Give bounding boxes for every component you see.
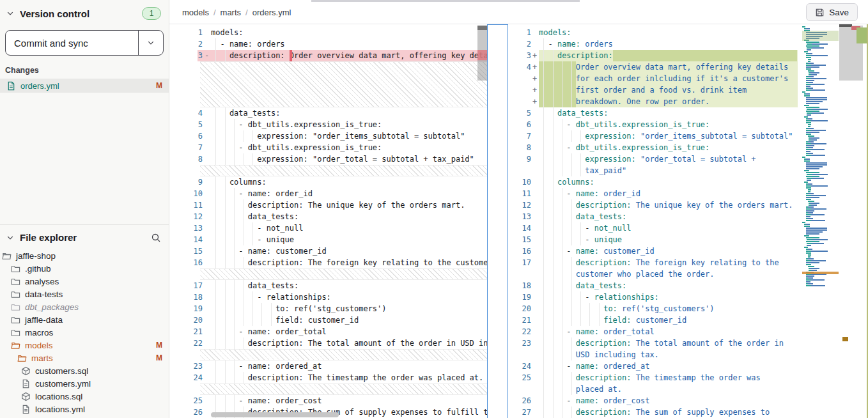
- code-text: - name: orders: [211, 38, 285, 50]
- code-text: - name: ordered_at: [539, 360, 649, 372]
- code-line[interactable]: 18 data_tests:: [509, 280, 801, 291]
- tree-item-customers-yml[interactable]: customers.yml: [0, 377, 169, 390]
- code-line[interactable]: customer who placed the order.: [509, 268, 801, 280]
- code-line[interactable]: 17 data_tests:: [169, 280, 487, 291]
- code-line[interactable]: 3+ description:: [509, 50, 801, 61]
- diff-pane-modified[interactable]: 1models:2 - name: orders3+ description:4…: [509, 24, 868, 418]
- code-line[interactable]: + first order and a food vs. drink item: [509, 84, 801, 96]
- code-line[interactable]: 24 description: The timestamp the order …: [169, 372, 487, 383]
- code-line[interactable]: 20 to: ref('stg_customers'): [509, 303, 801, 314]
- code-line[interactable]: 1models:: [509, 27, 801, 38]
- code-line[interactable]: 4 data_tests:: [169, 107, 487, 119]
- left-horizontal-scrollbar-thumb[interactable]: [211, 412, 339, 417]
- code-line[interactable]: 24 - name: ordered_at: [509, 360, 801, 372]
- code-line[interactable]: 25 description: The timestamp the order …: [509, 372, 801, 383]
- tree-item-jaffle-data[interactable]: jaffle-data: [0, 313, 169, 326]
- code-line[interactable]: 3- description: Order overview data mart…: [169, 50, 487, 61]
- code-text: field: customer_id: [539, 314, 686, 326]
- left-scrollbar[interactable]: [477, 24, 487, 418]
- code-line[interactable]: USD including tax.: [509, 349, 801, 360]
- code-line[interactable]: 19 to: ref('stg_customers'): [169, 303, 487, 314]
- line-number: 19: [169, 303, 203, 314]
- code-line[interactable]: + breakdown. One row per order.: [509, 96, 801, 107]
- code-line[interactable]: 7 expression: "order_items_subtotal = su…: [509, 130, 801, 142]
- code-line[interactable]: placed at.: [509, 383, 801, 395]
- code-line[interactable]: 12 data_tests:: [169, 211, 487, 222]
- code-line[interactable]: 21 - name: order_total: [169, 326, 487, 337]
- code-line[interactable]: 5 - dbt_utils.expression_is_true:: [169, 119, 487, 130]
- code-line[interactable]: 15 - name: customer_id: [169, 245, 487, 257]
- diff-pane-divider[interactable]: [487, 24, 508, 418]
- tree-item-jaffle-shop[interactable]: jaffle-shop: [0, 249, 169, 262]
- code-line[interactable]: 22 description: The total amount of the …: [169, 337, 487, 349]
- tree-item-dbt-packages[interactable]: dbt_packages: [0, 300, 169, 313]
- code-line[interactable]: 21 field: customer_id: [509, 314, 801, 326]
- code-text: - name: order_total: [539, 326, 655, 337]
- code-line[interactable]: 17 description: The foreign key relating…: [509, 257, 801, 268]
- code-line[interactable]: 2 - name: orders: [509, 38, 801, 50]
- code-line[interactable]: 9 columns:: [169, 176, 487, 188]
- tree-item-data-tests[interactable]: data-tests: [0, 288, 169, 300]
- code-line[interactable]: 13 - not_null: [169, 222, 487, 234]
- code-line[interactable]: 12 description: The unique key of the or…: [509, 199, 801, 211]
- code-line[interactable]: 14 - not_null: [509, 222, 801, 234]
- search-icon[interactable]: [151, 233, 161, 243]
- tree-item--github[interactable]: .github: [0, 262, 169, 275]
- right-scrollbar[interactable]: [839, 24, 868, 418]
- code-line[interactable]: 7 - dbt_utils.expression_is_true:: [169, 142, 487, 153]
- tree-item-marts[interactable]: martsM: [0, 352, 169, 364]
- line-number: 2: [169, 38, 203, 50]
- tree-item-locations-yml[interactable]: locations.yml: [0, 403, 169, 415]
- breadcrumb-item-models[interactable]: models: [182, 8, 209, 17]
- code-line[interactable]: 4+ Order overview data mart, offering ke…: [509, 61, 801, 73]
- code-line[interactable]: 16 - name: customer_id: [509, 245, 801, 257]
- breadcrumb-item-orders-yml[interactable]: orders.yml: [252, 8, 291, 17]
- diff-pane-original[interactable]: 1models:2 - name: orders3- description: …: [169, 24, 487, 418]
- tree-item-macros[interactable]: macros: [0, 326, 169, 339]
- code-line[interactable]: 18 - relationships:: [169, 291, 487, 303]
- code-line[interactable]: 19 - relationships:: [509, 291, 801, 303]
- code-line[interactable]: tax_paid": [509, 165, 801, 176]
- code-line[interactable]: 8 expression: "order_total = subtotal + …: [169, 153, 487, 165]
- commit-and-sync-button[interactable]: Commit and sync: [5, 30, 164, 56]
- code-line[interactable]: 15 - unique: [509, 234, 801, 245]
- version-control-header[interactable]: Version control 1: [0, 0, 169, 25]
- tree-item-label: customers.yml: [35, 379, 91, 389]
- code-line[interactable]: 25 - name: order_cost: [169, 395, 487, 406]
- code-line[interactable]: 11 - name: order_id: [509, 188, 801, 199]
- code-line[interactable]: 8 - dbt_utils.expression_is_true:: [509, 142, 801, 153]
- code-line[interactable]: 26 - name: order_cost: [509, 395, 801, 406]
- code-line[interactable]: 5 data_tests:: [509, 107, 801, 119]
- breadcrumb-item-marts[interactable]: marts: [221, 8, 242, 17]
- code-line[interactable]: 1models:: [169, 27, 487, 38]
- code-line[interactable]: + for each order inlcluding if it's a cu…: [509, 73, 801, 84]
- minimap[interactable]: [802, 26, 839, 418]
- code-line[interactable]: 16 description: The foreign key relating…: [169, 257, 487, 268]
- save-button[interactable]: Save: [806, 3, 858, 21]
- code-line[interactable]: 14 - unique: [169, 234, 487, 245]
- code-line[interactable]: 11 description: The unique key of the or…: [169, 199, 487, 211]
- code-line[interactable]: 22 - name: order_total: [509, 326, 801, 337]
- code-line[interactable]: 10 - name: order_id: [169, 188, 487, 199]
- tree-item-models[interactable]: modelsM: [0, 339, 169, 352]
- line-number: 11: [509, 188, 531, 199]
- code-line[interactable]: 13 data_tests:: [509, 211, 801, 222]
- code-line[interactable]: 23 - name: ordered_at: [169, 360, 487, 372]
- tree-item-analyses[interactable]: analyses: [0, 275, 169, 288]
- code-line[interactable]: 27 description: The sum of supply expens…: [509, 406, 801, 418]
- changed-file-row[interactable]: orders.yml M: [0, 79, 169, 93]
- line-number: 24: [169, 372, 203, 383]
- code-line[interactable]: 6 expression: "order_items_subtotal = su…: [169, 130, 487, 142]
- code-line[interactable]: 20 field: customer_id: [169, 314, 487, 326]
- commit-options-chevron[interactable]: [138, 31, 163, 55]
- code-line[interactable]: 6 - dbt_utils.expression_is_true:: [509, 119, 801, 130]
- code-line[interactable]: 10 columns:: [509, 176, 801, 188]
- code-line[interactable]: 2 - name: orders: [169, 38, 487, 50]
- tree-item-label: jaffle-data: [25, 315, 63, 325]
- file-icon: [21, 379, 31, 389]
- tree-item-customers-sql[interactable]: customers.sql: [0, 364, 169, 377]
- tree-item-locations-sql[interactable]: locations.sql: [0, 390, 169, 403]
- code-line[interactable]: 9 expression: "order_total = subtotal +: [509, 153, 801, 165]
- code-line[interactable]: 23 description: The total amount of the …: [509, 337, 801, 349]
- file-explorer-header[interactable]: File explorer: [0, 225, 169, 248]
